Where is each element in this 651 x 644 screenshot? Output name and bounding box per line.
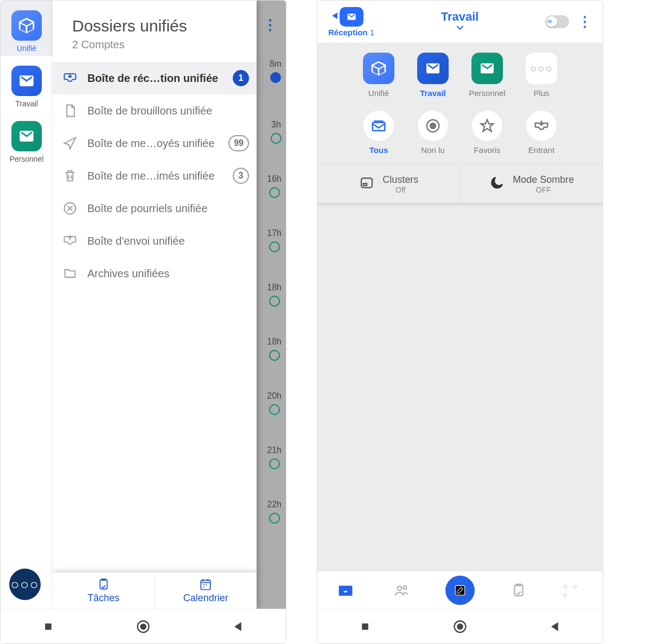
account-label: Personnel xyxy=(9,155,43,163)
account-label: Travail xyxy=(15,99,38,108)
chevron-down-icon xyxy=(455,25,465,31)
nav-back[interactable] xyxy=(231,619,246,634)
svg-rect-15 xyxy=(363,183,367,186)
inbox-icon xyxy=(62,71,78,86)
nav-recent[interactable] xyxy=(358,619,373,634)
clusters-toggle[interactable]: Clusters Off xyxy=(317,165,461,203)
drawer-title: Dossiers unifiés xyxy=(72,17,241,35)
left-screenshot: Unifié Travail Personnel Dossiers unifié… xyxy=(0,0,286,644)
filter-label: Entrant xyxy=(520,145,563,155)
calendar-tab[interactable]: Calendrier xyxy=(155,572,257,609)
brand-label: Réception 1 xyxy=(328,28,374,37)
account-tile-unified[interactable]: Unifié xyxy=(358,53,400,98)
folder-list: Boîte de réc…tion unifiée 1 Boîte de bro… xyxy=(53,62,257,572)
folder-badge: 1 xyxy=(233,70,249,86)
filter-all[interactable]: Tous xyxy=(358,111,400,155)
overflow-icon[interactable]: ⋮ xyxy=(578,14,592,30)
toggle-state: Off xyxy=(382,186,418,194)
spam-icon xyxy=(62,201,78,216)
nav-inbox[interactable] xyxy=(334,578,358,602)
filter-unread[interactable]: Non lu xyxy=(412,111,454,155)
tasks-tab[interactable]: Tâches xyxy=(53,572,155,609)
content-area xyxy=(317,203,603,571)
folder-drafts[interactable]: Boîte de brouillons unifiée xyxy=(53,94,257,127)
draft-icon xyxy=(62,103,78,118)
svg-point-17 xyxy=(403,585,406,589)
tasks-label: Tâches xyxy=(87,592,119,604)
overflow-icon[interactable]: ⋮ xyxy=(263,17,277,34)
compose-button[interactable] xyxy=(445,576,475,605)
unified-box-icon xyxy=(11,10,42,41)
filter-favorites[interactable]: Favoris xyxy=(466,111,508,155)
account-tile-personnel[interactable]: Personnel xyxy=(466,53,508,98)
nav-contacts[interactable] xyxy=(390,578,413,602)
nav-back[interactable] xyxy=(547,619,563,634)
tile-label: Personnel xyxy=(466,88,508,98)
toggle-title: Mode Sombre xyxy=(513,174,574,186)
svg-point-13 xyxy=(430,123,437,130)
android-nav xyxy=(1,609,286,643)
svg-rect-11 xyxy=(373,123,385,131)
nav-tasks[interactable] xyxy=(507,578,531,602)
folder-label: Boîte de réc…tion unifiée xyxy=(87,72,223,85)
outbox-icon xyxy=(62,233,78,248)
toggle-state: OFF xyxy=(513,186,574,194)
nav-home[interactable] xyxy=(136,619,151,634)
folder-badge: 99 xyxy=(228,135,249,151)
more-icon: ○○○ xyxy=(526,53,557,84)
nav-recent[interactable] xyxy=(41,619,56,634)
dark-mode-toggle[interactable]: Mode Sombre OFF xyxy=(461,165,603,203)
account-unified[interactable]: Unifié xyxy=(1,1,53,56)
tile-label: Travail xyxy=(412,88,454,98)
nav-home[interactable] xyxy=(452,619,468,634)
m-icon xyxy=(11,66,42,96)
sent-icon xyxy=(62,136,78,151)
svg-point-7 xyxy=(140,623,146,630)
folder-label: Boîte de pourriels unifiée xyxy=(87,202,249,215)
svg-rect-20 xyxy=(362,623,368,630)
fab-more-button[interactable]: ○○○ xyxy=(9,569,41,600)
svg-rect-5 xyxy=(45,623,52,630)
m-icon xyxy=(471,53,503,84)
right-screenshot: Réception 1 Travail ✉ ⋮ Unifié Travail xyxy=(317,0,603,644)
filter-incoming[interactable]: Entrant xyxy=(520,111,563,155)
unified-box-icon xyxy=(363,53,394,84)
drawer: Dossiers unifiés 2 Comptes Boîte de réc…… xyxy=(53,1,257,572)
account-panel: Unifié Travail Personnel ○○○ Plus Tous xyxy=(317,43,603,203)
top-bar: Réception 1 Travail ✉ ⋮ xyxy=(317,1,603,43)
folder-inbox[interactable]: Boîte de réc…tion unifiée 1 xyxy=(53,62,257,94)
all-mail-icon xyxy=(363,111,394,141)
account-travail[interactable]: Travail xyxy=(1,56,53,111)
folder-sent[interactable]: Boîte de me…oyés unifiée 99 xyxy=(53,127,257,160)
android-nav xyxy=(317,609,603,643)
account-label: Unifié xyxy=(17,44,36,53)
svg-point-16 xyxy=(397,586,401,590)
folder-icon xyxy=(62,266,78,281)
nav-more[interactable]: ○ ○ ○ xyxy=(563,578,586,602)
folder-outbox[interactable]: Boîte d'envoi unifiée xyxy=(53,225,257,257)
filter-label: Favoris xyxy=(466,145,508,155)
brand-button[interactable]: Réception 1 xyxy=(328,7,374,37)
folder-spam[interactable]: Boîte de pourriels unifiée xyxy=(53,192,257,225)
title-dropdown[interactable]: Travail xyxy=(381,10,539,34)
folder-label: Boîte de brouillons unifiée xyxy=(87,105,249,117)
account-personnel[interactable]: Personnel xyxy=(1,111,53,167)
folder-label: Boîte de me…oyés unifiée xyxy=(87,137,219,150)
bottom-nav: ○ ○ ○ xyxy=(317,571,603,609)
calendar-label: Calendrier xyxy=(183,592,228,604)
page-title: Travail xyxy=(381,10,539,24)
account-tile-plus[interactable]: ○○○ Plus xyxy=(520,53,563,98)
dimmed-background[interactable]: ⋮ 8m 3h 16h 17h 18h 18h 20h 21h 22h xyxy=(257,1,286,609)
folder-archives[interactable]: Archives unifiées xyxy=(53,257,257,290)
svg-point-22 xyxy=(457,623,463,630)
drawer-subtitle: 2 Comptes xyxy=(72,39,241,51)
drawer-bottom-tabs: Tâches Calendrier xyxy=(53,572,257,609)
moon-icon xyxy=(489,175,505,193)
folder-trash[interactable]: Boîte de me…imés unifiée 3 xyxy=(53,160,257,192)
star-icon xyxy=(472,111,502,141)
notification-toggle[interactable]: ✉ xyxy=(545,15,569,28)
filter-label: Non lu xyxy=(412,145,454,155)
envelope-icon: ✉ xyxy=(547,18,552,24)
filter-label: Tous xyxy=(358,145,400,155)
account-tile-travail[interactable]: Travail xyxy=(412,53,454,98)
